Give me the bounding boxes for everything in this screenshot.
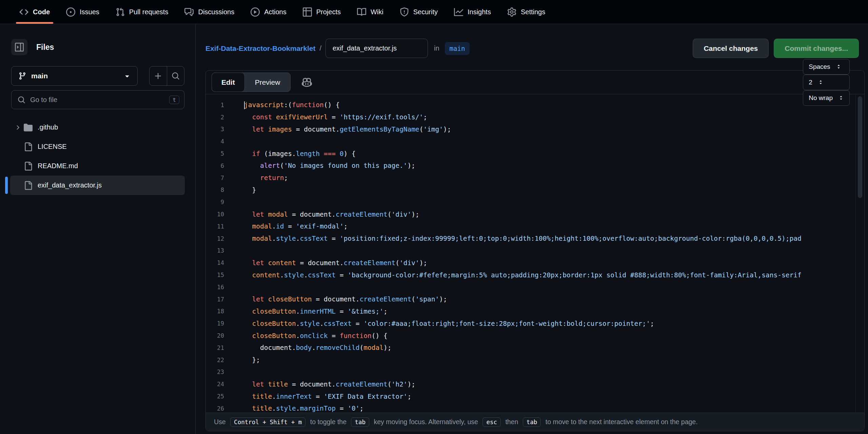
tab-edit[interactable]: Edit (212, 73, 245, 92)
code-line-6[interactable]: 6 alert('No images found on this page.')… (206, 160, 864, 172)
play-icon (251, 7, 260, 17)
code-line-11[interactable]: 11 modal.id = 'exif-modal'; (206, 220, 864, 233)
line-content: let closeButton = document.createElement… (244, 295, 864, 303)
nav-tab-wiki[interactable]: Wiki (352, 0, 389, 24)
cancel-changes-button[interactable]: Cancel changes (693, 39, 769, 58)
line-content: modal.style.cssText = 'position:fixed;z-… (244, 235, 864, 242)
comment-discussion-icon (184, 7, 194, 17)
tree-item-LICENSE[interactable]: LICENSE (10, 137, 185, 156)
line-content: closeButton.innerHTML = '&times;'; (244, 308, 864, 315)
main-panel: Exif-Data-Extractor-Bookmarklet / in mai… (196, 24, 868, 434)
kbd-control-shift-m: Control + Shift + m (230, 417, 305, 427)
nav-tab-pull-requests[interactable]: Pull requests (110, 0, 174, 24)
line-content: let title = document.createElement('h2')… (244, 380, 864, 388)
file-icon (24, 181, 33, 190)
repo-link[interactable]: Exif-Data-Extractor-Bookmarklet (205, 44, 315, 53)
branch-badge: main (445, 42, 470, 55)
tree-item-label: README.md (38, 162, 78, 170)
code-line-3[interactable]: 3 let images = document.getElementsByTag… (206, 123, 864, 136)
code-line-5[interactable]: 5 if (images.length === 0) { (206, 147, 864, 160)
branch-selector[interactable]: main (11, 66, 138, 86)
nav-tab-label: Wiki (371, 8, 383, 16)
tree-item-README.md[interactable]: README.md (10, 156, 185, 176)
edit-preview-tabs: Edit Preview (212, 73, 291, 92)
editor-scrollbar[interactable] (855, 94, 864, 413)
line-number: 18 (206, 308, 224, 315)
nav-tab-label: Pull requests (129, 8, 169, 16)
sidebar-panel-icon (15, 43, 24, 52)
nav-tab-security[interactable]: Security (394, 0, 443, 24)
line-number: 17 (206, 296, 224, 303)
tree-item-label: exif_data_extractor.js (38, 181, 102, 189)
code-line-9[interactable]: 9 (206, 196, 864, 208)
line-number: 7 (206, 175, 224, 181)
plus-icon (154, 72, 162, 80)
code-line-24[interactable]: 24 let title = document.createElement('h… (206, 378, 864, 390)
search-icon (18, 96, 25, 104)
nav-tab-settings[interactable]: Settings (502, 0, 551, 24)
copilot-button[interactable] (302, 77, 312, 87)
code-editor-area[interactable]: 1javascript:(function() {2 const exifVie… (206, 94, 864, 413)
code-line-18[interactable]: 18 closeButton.innerHTML = '&times;'; (206, 305, 864, 318)
folder-icon (24, 123, 33, 132)
code-line-4[interactable]: 4 (206, 135, 864, 147)
footer-text: to move to the next interactive element … (544, 418, 697, 426)
code-line-25[interactable]: 25 title.innerText = 'EXIF Data Extracto… (206, 390, 864, 402)
accessibility-footer: Use Control + Shift + m to toggle the ta… (206, 413, 864, 431)
nav-tab-code[interactable]: Code (14, 0, 55, 24)
breadcrumb-separator: / (319, 44, 321, 52)
filename-input[interactable] (326, 39, 428, 58)
nav-tab-label: Code (33, 8, 50, 16)
code-line-8[interactable]: 8 } (206, 184, 864, 196)
tree-item-.github[interactable]: .github (10, 118, 185, 137)
code-line-2[interactable]: 2 const exifViewerUrl = 'https://exif.to… (206, 111, 864, 123)
commit-changes-button[interactable]: Commit changes... (774, 39, 859, 58)
indent-mode-value: Spaces (809, 63, 830, 71)
editor-header: Edit Preview Spaces2No wrap (206, 71, 864, 94)
footer-text: key moving focus. Alternatively, use (372, 418, 480, 426)
collapse-sidebar-button[interactable] (11, 39, 27, 55)
code-line-22[interactable]: 22 }; (206, 354, 864, 366)
nav-tab-insights[interactable]: Insights (449, 0, 496, 24)
updown-arrows-icon (836, 64, 842, 70)
nav-tab-label: Security (413, 8, 438, 16)
nav-tab-projects[interactable]: Projects (297, 0, 346, 24)
code-line-21[interactable]: 21 document.body.removeChild(modal); (206, 342, 864, 354)
tree-item-exif_data_extractor.js[interactable]: exif_data_extractor.js (10, 176, 185, 195)
code-line-10[interactable]: 10 let modal = document.createElement('d… (206, 208, 864, 220)
indent-size-select[interactable]: 2 (803, 75, 850, 90)
nav-tab-issues[interactable]: Issues (61, 0, 105, 24)
line-content: title.innerText = 'EXIF Data Extractor'; (244, 393, 864, 400)
nav-tab-discussions[interactable]: Discussions (179, 0, 240, 24)
code-line-12[interactable]: 12 modal.style.cssText = 'position:fixed… (206, 233, 864, 245)
nav-tab-label: Issues (80, 8, 99, 16)
tree-actions (149, 66, 184, 86)
code-line-15[interactable]: 15 content.style.cssText = 'background-c… (206, 269, 864, 281)
line-content: } (244, 186, 864, 194)
scrollbar-thumb[interactable] (858, 96, 862, 198)
code-line-23[interactable]: 23 (206, 366, 864, 378)
nav-tab-actions[interactable]: Actions (245, 0, 292, 24)
line-number: 14 (206, 259, 224, 266)
new-file-button[interactable] (150, 66, 167, 85)
code-line-14[interactable]: 14 let content = document.createElement(… (206, 257, 864, 269)
code-line-19[interactable]: 19 closeButton.style.cssText = 'color:#a… (206, 317, 864, 330)
code-line-20[interactable]: 20 closeButton.onclick = function() { (206, 330, 864, 342)
code-line-13[interactable]: 13 (206, 245, 864, 257)
footer-text: then (504, 418, 520, 426)
line-number: 13 (206, 247, 224, 254)
line-number: 16 (206, 284, 224, 291)
branch-name: main (31, 72, 123, 80)
go-to-file-input[interactable] (30, 96, 169, 104)
code-line-16[interactable]: 16 (206, 281, 864, 293)
code-line-17[interactable]: 17 let closeButton = document.createElem… (206, 293, 864, 305)
code-line-26[interactable]: 26 title.style.marginTop = '0'; (206, 402, 864, 413)
code-line-1[interactable]: 1javascript:(function() { (206, 99, 864, 111)
code-line-7[interactable]: 7 return; (206, 172, 864, 184)
line-number: 3 (206, 126, 224, 133)
search-tree-button[interactable] (167, 66, 184, 85)
book-icon (357, 7, 366, 17)
indent-mode-select[interactable]: Spaces (803, 59, 850, 75)
tab-preview[interactable]: Preview (245, 73, 291, 92)
footer-text: to toggle the (308, 418, 348, 426)
